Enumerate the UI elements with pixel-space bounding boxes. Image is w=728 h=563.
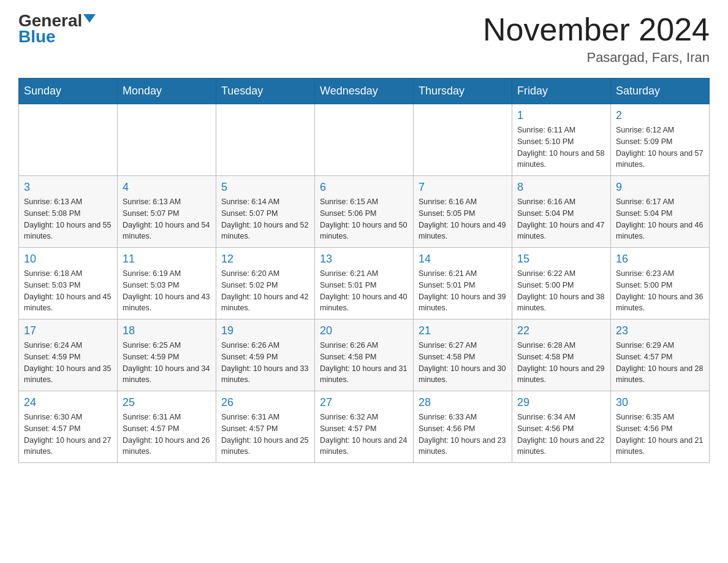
calendar-day-cell: 8Sunrise: 6:16 AMSunset: 5:04 PMDaylight… — [512, 176, 611, 248]
calendar-day-cell: 1Sunrise: 6:11 AMSunset: 5:10 PMDaylight… — [512, 104, 611, 176]
day-number: 22 — [517, 324, 605, 337]
calendar-day-cell: 7Sunrise: 6:16 AMSunset: 5:05 PMDaylight… — [414, 176, 512, 248]
day-number: 13 — [320, 253, 408, 266]
calendar-day-cell: 26Sunrise: 6:31 AMSunset: 4:57 PMDayligh… — [216, 391, 315, 463]
day-info: Sunrise: 6:15 AMSunset: 5:06 PMDaylight:… — [320, 196, 408, 242]
calendar-week-row: 3Sunrise: 6:13 AMSunset: 5:08 PMDaylight… — [19, 176, 710, 248]
day-number: 11 — [123, 253, 211, 266]
day-header-monday: Monday — [118, 79, 216, 104]
calendar-day-cell — [118, 104, 216, 176]
month-title: November 2024 — [483, 12, 710, 47]
day-info: Sunrise: 6:13 AMSunset: 5:07 PMDaylight:… — [123, 196, 211, 242]
day-number: 9 — [616, 181, 704, 194]
calendar-day-cell — [315, 104, 414, 176]
day-info: Sunrise: 6:14 AMSunset: 5:07 PMDaylight:… — [221, 196, 309, 242]
day-header-tuesday: Tuesday — [216, 79, 315, 104]
page-header: General Blue November 2024 Pasargad, Far… — [18, 12, 710, 66]
day-number: 28 — [419, 396, 507, 409]
calendar-week-row: 17Sunrise: 6:24 AMSunset: 4:59 PMDayligh… — [19, 320, 710, 391]
day-number: 1 — [517, 109, 605, 122]
day-number: 24 — [24, 396, 112, 409]
day-info: Sunrise: 6:21 AMSunset: 5:01 PMDaylight:… — [419, 268, 507, 314]
calendar-day-cell: 15Sunrise: 6:22 AMSunset: 5:00 PMDayligh… — [512, 248, 611, 320]
logo-triangle-icon — [83, 14, 96, 23]
day-number: 2 — [616, 109, 704, 122]
day-info: Sunrise: 6:19 AMSunset: 5:03 PMDaylight:… — [123, 268, 211, 314]
day-number: 7 — [419, 181, 507, 194]
day-header-wednesday: Wednesday — [315, 79, 414, 104]
calendar-day-cell: 22Sunrise: 6:28 AMSunset: 4:58 PMDayligh… — [512, 320, 611, 391]
title-area: November 2024 Pasargad, Fars, Iran — [483, 12, 710, 66]
day-number: 18 — [123, 324, 211, 337]
calendar-week-row: 24Sunrise: 6:30 AMSunset: 4:57 PMDayligh… — [19, 391, 710, 463]
day-info: Sunrise: 6:17 AMSunset: 5:04 PMDaylight:… — [616, 196, 704, 242]
day-number: 26 — [221, 396, 309, 409]
calendar-day-cell: 5Sunrise: 6:14 AMSunset: 5:07 PMDaylight… — [216, 176, 315, 248]
day-number: 29 — [517, 396, 605, 409]
day-info: Sunrise: 6:18 AMSunset: 5:03 PMDaylight:… — [24, 268, 112, 314]
calendar-day-cell: 17Sunrise: 6:24 AMSunset: 4:59 PMDayligh… — [19, 320, 118, 391]
day-number: 15 — [517, 253, 605, 266]
calendar-day-cell: 16Sunrise: 6:23 AMSunset: 5:00 PMDayligh… — [611, 248, 710, 320]
calendar-day-cell: 25Sunrise: 6:31 AMSunset: 4:57 PMDayligh… — [118, 391, 216, 463]
calendar-day-cell: 24Sunrise: 6:30 AMSunset: 4:57 PMDayligh… — [19, 391, 118, 463]
day-header-sunday: Sunday — [19, 79, 118, 104]
calendar-day-cell: 23Sunrise: 6:29 AMSunset: 4:57 PMDayligh… — [611, 320, 710, 391]
location-title: Pasargad, Fars, Iran — [483, 50, 710, 66]
day-number: 10 — [24, 253, 112, 266]
day-info: Sunrise: 6:11 AMSunset: 5:10 PMDaylight:… — [517, 124, 605, 170]
calendar-day-cell: 28Sunrise: 6:33 AMSunset: 4:56 PMDayligh… — [414, 391, 512, 463]
day-header-thursday: Thursday — [414, 79, 512, 104]
calendar-day-cell: 12Sunrise: 6:20 AMSunset: 5:02 PMDayligh… — [216, 248, 315, 320]
day-info: Sunrise: 6:27 AMSunset: 4:58 PMDaylight:… — [419, 340, 507, 386]
day-info: Sunrise: 6:22 AMSunset: 5:00 PMDaylight:… — [517, 268, 605, 314]
day-info: Sunrise: 6:24 AMSunset: 4:59 PMDaylight:… — [24, 340, 112, 386]
calendar-week-row: 1Sunrise: 6:11 AMSunset: 5:10 PMDaylight… — [19, 104, 710, 176]
calendar-day-cell: 9Sunrise: 6:17 AMSunset: 5:04 PMDaylight… — [611, 176, 710, 248]
day-info: Sunrise: 6:32 AMSunset: 4:57 PMDaylight:… — [320, 412, 408, 458]
day-number: 23 — [616, 324, 704, 337]
day-number: 8 — [517, 181, 605, 194]
calendar-day-cell: 2Sunrise: 6:12 AMSunset: 5:09 PMDaylight… — [611, 104, 710, 176]
calendar-day-cell — [216, 104, 315, 176]
day-number: 17 — [24, 324, 112, 337]
calendar-day-cell: 6Sunrise: 6:15 AMSunset: 5:06 PMDaylight… — [315, 176, 414, 248]
day-number: 27 — [320, 396, 408, 409]
calendar-day-cell: 14Sunrise: 6:21 AMSunset: 5:01 PMDayligh… — [414, 248, 512, 320]
day-info: Sunrise: 6:26 AMSunset: 4:59 PMDaylight:… — [221, 340, 309, 386]
day-info: Sunrise: 6:31 AMSunset: 4:57 PMDaylight:… — [123, 412, 211, 458]
day-header-friday: Friday — [512, 79, 611, 104]
calendar-day-cell: 20Sunrise: 6:26 AMSunset: 4:58 PMDayligh… — [315, 320, 414, 391]
day-number: 21 — [419, 324, 507, 337]
day-number: 25 — [123, 396, 211, 409]
day-number: 30 — [616, 396, 704, 409]
calendar-day-cell: 3Sunrise: 6:13 AMSunset: 5:08 PMDaylight… — [19, 176, 118, 248]
day-info: Sunrise: 6:26 AMSunset: 4:58 PMDaylight:… — [320, 340, 408, 386]
calendar-day-cell — [414, 104, 512, 176]
day-info: Sunrise: 6:23 AMSunset: 5:00 PMDaylight:… — [616, 268, 704, 314]
day-info: Sunrise: 6:20 AMSunset: 5:02 PMDaylight:… — [221, 268, 309, 314]
day-header-saturday: Saturday — [611, 79, 710, 104]
day-number: 4 — [123, 181, 211, 194]
calendar-day-cell: 10Sunrise: 6:18 AMSunset: 5:03 PMDayligh… — [19, 248, 118, 320]
day-info: Sunrise: 6:35 AMSunset: 4:56 PMDaylight:… — [616, 412, 704, 458]
calendar-day-cell: 11Sunrise: 6:19 AMSunset: 5:03 PMDayligh… — [118, 248, 216, 320]
calendar-day-cell — [19, 104, 118, 176]
day-number: 16 — [616, 253, 704, 266]
day-number: 6 — [320, 181, 408, 194]
calendar-day-cell: 13Sunrise: 6:21 AMSunset: 5:01 PMDayligh… — [315, 248, 414, 320]
day-info: Sunrise: 6:33 AMSunset: 4:56 PMDaylight:… — [419, 412, 507, 458]
day-info: Sunrise: 6:30 AMSunset: 4:57 PMDaylight:… — [24, 412, 112, 458]
day-number: 12 — [221, 253, 309, 266]
day-info: Sunrise: 6:31 AMSunset: 4:57 PMDaylight:… — [221, 412, 309, 458]
logo-blue-text: Blue — [18, 27, 56, 47]
day-info: Sunrise: 6:25 AMSunset: 4:59 PMDaylight:… — [123, 340, 211, 386]
calendar-day-cell: 21Sunrise: 6:27 AMSunset: 4:58 PMDayligh… — [414, 320, 512, 391]
calendar-day-cell: 30Sunrise: 6:35 AMSunset: 4:56 PMDayligh… — [611, 391, 710, 463]
day-number: 20 — [320, 324, 408, 337]
day-info: Sunrise: 6:34 AMSunset: 4:56 PMDaylight:… — [517, 412, 605, 458]
day-info: Sunrise: 6:12 AMSunset: 5:09 PMDaylight:… — [616, 124, 704, 170]
day-info: Sunrise: 6:16 AMSunset: 5:05 PMDaylight:… — [419, 196, 507, 242]
day-number: 19 — [221, 324, 309, 337]
day-number: 5 — [221, 181, 309, 194]
